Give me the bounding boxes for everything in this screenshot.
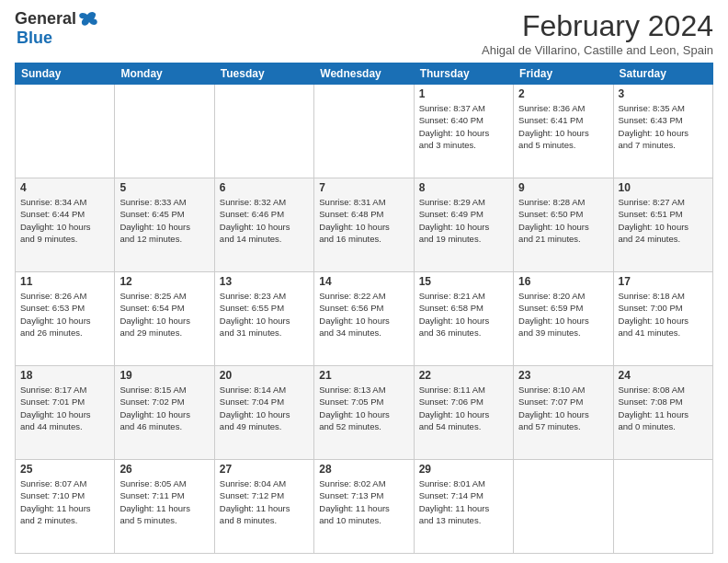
table-row: 16Sunrise: 8:20 AM Sunset: 6:59 PM Dayli… [514,272,613,366]
calendar-week-row: 4Sunrise: 8:34 AM Sunset: 6:44 PM Daylig… [16,178,713,272]
table-row: 3Sunrise: 8:35 AM Sunset: 6:43 PM Daylig… [613,85,712,178]
table-row: 23Sunrise: 8:10 AM Sunset: 7:07 PM Dayli… [514,366,613,460]
logo-blue: Blue [17,29,52,48]
day-number: 28 [319,463,408,476]
logo-bird-icon [78,11,98,28]
day-number: 4 [20,181,109,194]
table-row: 25Sunrise: 8:07 AM Sunset: 7:10 PM Dayli… [16,460,115,554]
day-number: 1 [419,87,508,100]
table-row: 14Sunrise: 8:22 AM Sunset: 6:56 PM Dayli… [314,272,414,366]
day-number: 21 [319,369,408,382]
header-friday: Friday [514,63,613,85]
calendar-week-row: 11Sunrise: 8:26 AM Sunset: 6:53 PM Dayli… [16,272,713,366]
day-info: Sunrise: 8:37 AM Sunset: 6:40 PM Dayligh… [419,102,508,151]
day-number: 11 [20,275,109,288]
calendar-week-row: 25Sunrise: 8:07 AM Sunset: 7:10 PM Dayli… [16,460,713,554]
day-info: Sunrise: 8:02 AM Sunset: 7:13 PM Dayligh… [319,477,408,526]
day-number: 23 [518,369,608,382]
day-info: Sunrise: 8:13 AM Sunset: 7:05 PM Dayligh… [319,384,408,432]
calendar: Sunday Monday Tuesday Wednesday Thursday… [15,63,713,554]
table-row: 26Sunrise: 8:05 AM Sunset: 7:11 PM Dayli… [115,460,214,554]
day-info: Sunrise: 8:23 AM Sunset: 6:55 PM Dayligh… [220,290,309,339]
day-info: Sunrise: 8:14 AM Sunset: 7:04 PM Dayligh… [220,384,309,432]
day-info: Sunrise: 8:33 AM Sunset: 6:45 PM Dayligh… [119,196,209,245]
table-row [115,85,214,178]
table-row [314,85,414,178]
day-info: Sunrise: 8:28 AM Sunset: 6:50 PM Dayligh… [518,196,608,245]
month-year: February 2024 [482,9,713,43]
day-info: Sunrise: 8:11 AM Sunset: 7:06 PM Dayligh… [419,384,508,432]
day-info: Sunrise: 8:15 AM Sunset: 7:02 PM Dayligh… [119,384,209,432]
day-number: 8 [419,181,508,194]
day-number: 22 [419,369,508,382]
header-sunday: Sunday [16,63,115,85]
day-number: 12 [119,275,209,288]
page: General Blue February 2024 Ahigal de Vil… [0,0,728,563]
header-saturday: Saturday [613,63,712,85]
day-number: 7 [319,181,408,194]
day-info: Sunrise: 8:20 AM Sunset: 6:59 PM Dayligh… [518,290,608,339]
day-number: 19 [119,369,209,382]
day-number: 17 [619,275,708,288]
day-number: 26 [119,463,209,476]
day-info: Sunrise: 8:04 AM Sunset: 7:12 PM Dayligh… [220,477,309,526]
day-number: 13 [220,275,309,288]
day-info: Sunrise: 8:31 AM Sunset: 6:48 PM Dayligh… [319,196,408,245]
table-row [214,85,313,178]
day-info: Sunrise: 8:17 AM Sunset: 7:01 PM Dayligh… [20,384,109,432]
table-row: 1Sunrise: 8:37 AM Sunset: 6:40 PM Daylig… [414,85,513,178]
day-info: Sunrise: 8:34 AM Sunset: 6:44 PM Dayligh… [20,196,109,245]
day-number: 3 [619,87,708,100]
table-row: 11Sunrise: 8:26 AM Sunset: 6:53 PM Dayli… [16,272,115,366]
table-row: 10Sunrise: 8:27 AM Sunset: 6:51 PM Dayli… [613,178,712,272]
day-number: 25 [20,463,109,476]
table-row: 9Sunrise: 8:28 AM Sunset: 6:50 PM Daylig… [514,178,613,272]
day-number: 24 [619,369,708,382]
table-row [16,85,115,178]
calendar-week-row: 18Sunrise: 8:17 AM Sunset: 7:01 PM Dayli… [16,366,713,460]
table-row: 5Sunrise: 8:33 AM Sunset: 6:45 PM Daylig… [115,178,214,272]
day-info: Sunrise: 8:29 AM Sunset: 6:49 PM Dayligh… [419,196,508,245]
day-info: Sunrise: 8:35 AM Sunset: 6:43 PM Dayligh… [619,102,708,151]
header-monday: Monday [115,63,214,85]
day-info: Sunrise: 8:01 AM Sunset: 7:14 PM Dayligh… [419,477,508,526]
table-row: 24Sunrise: 8:08 AM Sunset: 7:08 PM Dayli… [613,366,712,460]
day-info: Sunrise: 8:18 AM Sunset: 7:00 PM Dayligh… [619,290,708,339]
weekday-header-row: Sunday Monday Tuesday Wednesday Thursday… [16,63,713,85]
table-row: 6Sunrise: 8:32 AM Sunset: 6:46 PM Daylig… [214,178,313,272]
day-info: Sunrise: 8:07 AM Sunset: 7:10 PM Dayligh… [20,477,109,526]
table-row: 20Sunrise: 8:14 AM Sunset: 7:04 PM Dayli… [214,366,313,460]
calendar-week-row: 1Sunrise: 8:37 AM Sunset: 6:40 PM Daylig… [16,85,713,178]
day-number: 9 [518,181,608,194]
header: General Blue February 2024 Ahigal de Vil… [15,9,713,57]
day-number: 2 [518,87,608,100]
table-row: 22Sunrise: 8:11 AM Sunset: 7:06 PM Dayli… [414,366,513,460]
logo-general: General [15,9,76,29]
table-row: 21Sunrise: 8:13 AM Sunset: 7:05 PM Dayli… [314,366,414,460]
day-number: 15 [419,275,508,288]
table-row: 4Sunrise: 8:34 AM Sunset: 6:44 PM Daylig… [16,178,115,272]
day-info: Sunrise: 8:36 AM Sunset: 6:41 PM Dayligh… [518,102,608,151]
table-row: 13Sunrise: 8:23 AM Sunset: 6:55 PM Dayli… [214,272,313,366]
calendar-table: Sunday Monday Tuesday Wednesday Thursday… [15,63,713,554]
location: Ahigal de Villarino, Castille and Leon, … [482,43,713,57]
day-number: 20 [220,369,309,382]
day-info: Sunrise: 8:21 AM Sunset: 6:58 PM Dayligh… [419,290,508,339]
table-row: 18Sunrise: 8:17 AM Sunset: 7:01 PM Dayli… [16,366,115,460]
day-number: 27 [220,463,309,476]
table-row: 17Sunrise: 8:18 AM Sunset: 7:00 PM Dayli… [613,272,712,366]
table-row [613,460,712,554]
day-number: 10 [619,181,708,194]
day-info: Sunrise: 8:05 AM Sunset: 7:11 PM Dayligh… [119,477,209,526]
table-row: 8Sunrise: 8:29 AM Sunset: 6:49 PM Daylig… [414,178,513,272]
header-wednesday: Wednesday [314,63,414,85]
day-number: 29 [419,463,508,476]
header-tuesday: Tuesday [214,63,313,85]
table-row: 28Sunrise: 8:02 AM Sunset: 7:13 PM Dayli… [314,460,414,554]
header-thursday: Thursday [414,63,513,85]
table-row: 15Sunrise: 8:21 AM Sunset: 6:58 PM Dayli… [414,272,513,366]
table-row: 2Sunrise: 8:36 AM Sunset: 6:41 PM Daylig… [514,85,613,178]
day-number: 16 [518,275,608,288]
day-info: Sunrise: 8:08 AM Sunset: 7:08 PM Dayligh… [619,384,708,432]
day-info: Sunrise: 8:27 AM Sunset: 6:51 PM Dayligh… [619,196,708,245]
